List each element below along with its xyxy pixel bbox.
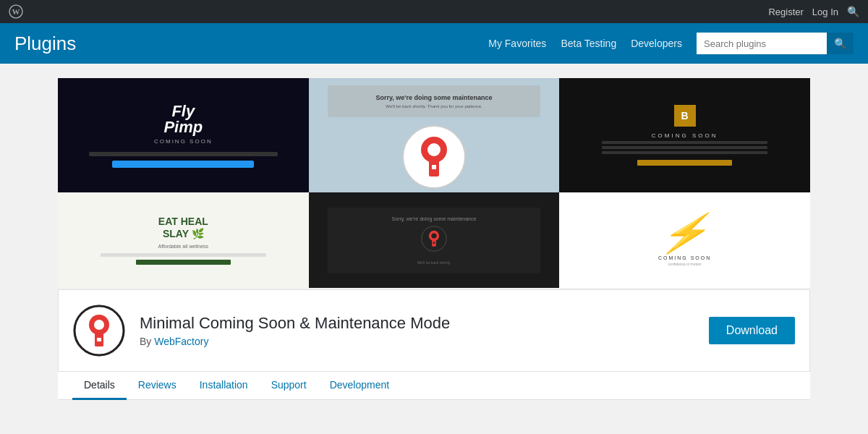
banner-cell-flypimp: FlyPimp COMING SOON [58,78,309,192]
svg-point-5 [427,143,441,156]
admin-bar-right: Register Log In 🔍 [768,6,859,17]
lightning-bolt-icon: ⚡ [658,214,712,252]
nav-favorites[interactable]: My Favorites [488,38,546,49]
flypimp-input-mock [89,152,278,156]
tab-development[interactable]: Development [318,372,401,400]
tabs-row: Details Reviews Installation Support Dev… [58,372,810,400]
lightning-cs-label: COMING SOON [658,255,711,260]
svg-rect-19 [97,338,101,341]
tab-support[interactable]: Support [260,372,318,400]
maintenance-modal-title: Sorry, we're doing some maintenance [339,94,529,101]
page-title: Plugins [14,33,76,55]
nav-beta[interactable]: Beta Testing [561,38,616,49]
maintenance-modal: Sorry, we're doing some maintenance We'l… [328,85,541,117]
nav-developers[interactable]: Developers [631,38,682,49]
download-button[interactable]: Download [709,317,795,344]
svg-point-10 [431,233,436,238]
wordpress-logo-icon: W [9,4,23,19]
tab-installation[interactable]: Installation [188,372,260,400]
dark-maintenance-inner: Sorry, we're doing some maintenance We'l… [328,208,541,273]
plugin-title: Minimal Coming Soon & Maintenance Mode [140,314,709,333]
svg-rect-6 [432,165,436,169]
login-link[interactable]: Log In [812,7,838,17]
plugin-icon-wrapper [73,305,125,357]
dark-maintenance-icon [421,226,447,252]
ehs-title: EAT HEALSLAY 🌿 [158,216,208,240]
search-button[interactable]: 🔍 [827,33,854,54]
plugin-logo-banner-icon [401,124,467,190]
svg-rect-11 [433,242,435,243]
svg-text:W: W [12,7,20,16]
header-nav: My Favorites Beta Testing Developers 🔍 [488,33,854,54]
maintenance-modal-text: We'll be back shortly. Thank you for you… [339,104,529,109]
svg-point-18 [94,320,104,330]
plugin-banner: FlyPimp COMING SOON Sorry, we're doing s… [58,78,810,288]
banner-cell-main-text: Sorry, we're doing some maintenance We'l… [309,192,560,288]
ehs-subtitle: Affordable all wellness [158,244,209,249]
flypimp-title: FlyPimp [163,103,203,135]
search-icon[interactable]: 🔍 [847,6,859,17]
tab-details[interactable]: Details [72,372,127,400]
plugin-header: Plugins My Favorites Beta Testing Develo… [0,23,868,64]
ehs-btn-mock [136,260,231,265]
lightning-subtext: confidence in motion [668,262,702,266]
flypimp-subtitle: COMING SOON [154,138,213,145]
banner-cell-maintenance: Sorry, we're doing some maintenance We'l… [309,78,560,192]
dark-maintenance-logo-icon [336,226,532,256]
banner-logo-center [401,124,467,192]
plugin-info-row: Minimal Coming Soon & Maintenance Mode B… [58,289,810,372]
plugin-icon [73,305,125,357]
ehs-input-mock [101,253,266,257]
banner-cell-coming-soon-dark: B COMING SOON [559,78,810,192]
admin-bar-left: W [9,4,23,19]
flypimp-btn-mock [112,161,254,168]
cs-badge: B [674,105,696,127]
admin-bar: W Register Log In 🔍 [0,0,868,23]
cs-lines [602,139,767,156]
cs-btn-mock [637,160,732,166]
tab-reviews[interactable]: Reviews [127,372,188,400]
search-wrapper: 🔍 [697,33,854,54]
dark-maintenance-title: Sorry, we're doing some maintenance [336,216,532,221]
search-input[interactable] [697,33,827,54]
dark-maintenance-subtitle: We'll be back shortly. [336,260,532,265]
register-link[interactable]: Register [768,7,803,17]
banner-cell-lightning: ⚡ COMING SOON confidence in motion [559,192,810,288]
plugin-author-link[interactable]: WebFactory [154,336,208,347]
plugin-title-wrap: Minimal Coming Soon & Maintenance Mode B… [140,314,709,347]
main-content: FlyPimp COMING SOON Sorry, we're doing s… [58,64,810,414]
cs-title: COMING SOON [652,132,718,139]
banner-cell-eat-heal-slay: EAT HEALSLAY 🌿 Affordable all wellness [58,192,309,288]
plugin-by: By WebFactory [140,336,709,347]
